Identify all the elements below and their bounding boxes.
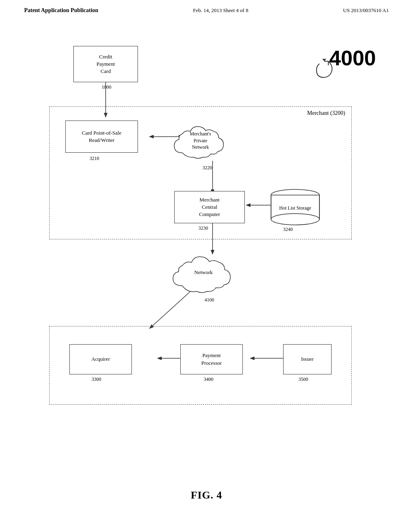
hot-list-storage-label: Hot List Storage bbox=[279, 205, 311, 212]
acquirer-box: Acquirer bbox=[69, 344, 132, 374]
refresh-icon bbox=[313, 58, 336, 80]
publication-title: Patent Application Publication bbox=[24, 7, 98, 14]
publication-number: US 2013/0037610 A1 bbox=[343, 7, 389, 14]
network-cloud: Network bbox=[168, 249, 239, 296]
network-cloud-label: Network bbox=[194, 269, 213, 276]
issuer-number: 3500 bbox=[298, 376, 308, 382]
figure-label: FIG. 4 bbox=[0, 489, 413, 501]
credit-card-box: Credit Payment Card bbox=[73, 46, 138, 82]
credit-card-label: Credit Payment Card bbox=[96, 53, 115, 75]
merchant-label: Merchant (3200) bbox=[307, 110, 345, 116]
hot-list-storage-cylinder: Hot List Storage bbox=[267, 189, 323, 225]
merchant-central-computer-box: Merchant Central Computer bbox=[174, 191, 245, 223]
merchants-private-network-number: 3220 bbox=[202, 165, 212, 171]
issuer-box: Issuer bbox=[283, 344, 332, 374]
credit-card-number: 1000 bbox=[102, 84, 111, 90]
publication-date: Feb. 14, 2013 Sheet 4 of 8 bbox=[193, 7, 248, 14]
merchants-private-network-label: Merchant's Private Network bbox=[190, 131, 211, 151]
merchant-central-computer-label: Merchant Central Computer bbox=[199, 196, 220, 218]
card-pos-label: Card Point-of-Sale Read/Writer bbox=[82, 129, 121, 144]
hot-list-storage-number: 3240 bbox=[283, 227, 293, 233]
payment-processor-box: Payment Processor bbox=[180, 344, 243, 374]
acquirer-number: 3300 bbox=[92, 376, 101, 382]
network-cloud-number: 4100 bbox=[204, 297, 214, 303]
card-pos-number: 3210 bbox=[90, 156, 99, 162]
diagram-container: 4000 Credit Payment Card 1000 Merchant (… bbox=[25, 22, 388, 485]
diagram-number: 4000 bbox=[329, 46, 376, 70]
card-pos-box: Card Point-of-Sale Read/Writer bbox=[65, 121, 138, 153]
page-header: Patent Application Publication Feb. 14, … bbox=[0, 0, 413, 14]
svg-point-13 bbox=[271, 214, 319, 225]
payment-processor-label: Payment Processor bbox=[201, 352, 222, 366]
acquirer-label: Acquirer bbox=[91, 355, 110, 363]
merchant-central-computer-number: 3230 bbox=[198, 225, 208, 231]
payment-processor-number: 3400 bbox=[204, 376, 213, 382]
issuer-label: Issuer bbox=[301, 355, 313, 363]
merchants-private-network-cloud: Merchant's Private Network bbox=[170, 118, 231, 163]
